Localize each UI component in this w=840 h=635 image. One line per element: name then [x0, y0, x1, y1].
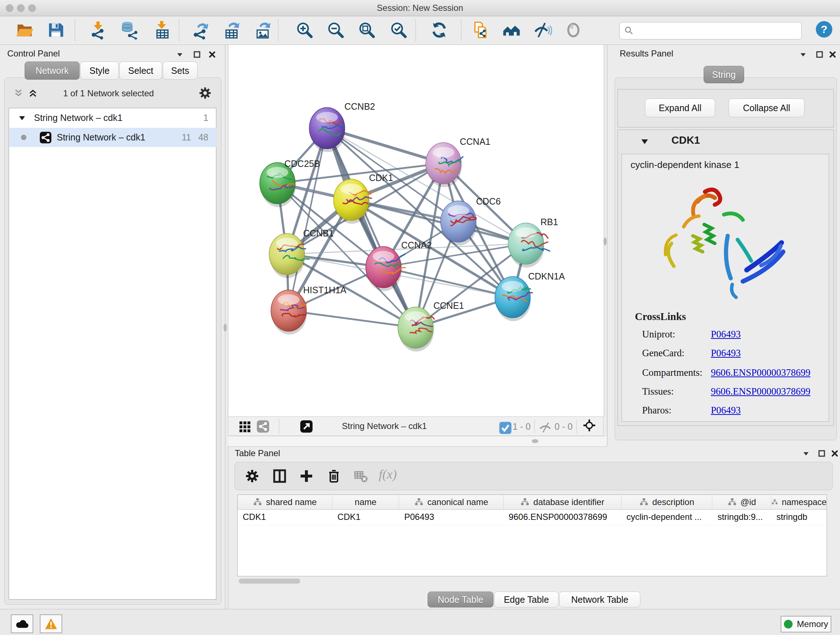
open-in-window-icon[interactable] [300, 420, 313, 433]
panel-menu-icon[interactable] [175, 50, 185, 59]
network-share-icon[interactable] [256, 420, 270, 433]
zoom-out-icon[interactable] [326, 21, 345, 40]
collection-expander-icon[interactable] [18, 114, 26, 122]
crosslink-tissues[interactable]: 9606.ENSP00000378699 [711, 386, 810, 397]
add-column-icon[interactable] [298, 468, 314, 484]
expand-all-networks-icon[interactable] [27, 88, 38, 98]
crosslink-genecard[interactable]: P06493 [711, 348, 741, 359]
horizontal-splitter-handle[interactable] [532, 439, 538, 443]
export-network-icon[interactable] [191, 21, 210, 40]
delete-column-icon[interactable] [326, 468, 342, 484]
panel-close-icon[interactable] [830, 449, 840, 458]
cell-namespace[interactable]: stringdb [771, 510, 827, 525]
zoom-selected-icon[interactable] [389, 21, 408, 40]
table-row[interactable]: CDK1 CDK1 P06493 9606.ENSP00000378699 cy… [238, 510, 827, 525]
graph-node-cdkn1a[interactable]: CDKN1A [495, 271, 565, 321]
network-collection-row[interactable]: String Network – cdk1 1 [9, 108, 216, 127]
network-row-selected[interactable]: String Network – cdk1 11 48 [9, 128, 216, 147]
network-view-title: String Network – cdk1 [342, 421, 427, 431]
panel-float-icon[interactable] [817, 449, 827, 458]
panel-menu-icon[interactable] [798, 50, 808, 59]
cell-shared-name[interactable]: CDK1 [238, 510, 332, 525]
import-network-database-icon[interactable] [119, 21, 138, 40]
cell-description[interactable]: cyclin-dependent ... [622, 510, 713, 525]
import-network-file-icon[interactable] [89, 21, 108, 40]
panel-menu-icon[interactable] [801, 449, 811, 458]
node-label: CCNA1 [460, 136, 491, 147]
cell-id[interactable]: stringdb:9... [712, 510, 771, 525]
help-icon[interactable]: ? [815, 20, 834, 39]
column-header-id[interactable]: @id [712, 495, 771, 509]
network-options-gear-icon[interactable] [198, 86, 212, 100]
export-image-icon[interactable] [253, 21, 272, 40]
cell-canonical-name[interactable]: P06493 [399, 510, 504, 525]
title-bar: Session: New Session [0, 0, 840, 16]
apply-layout-icon[interactable] [430, 21, 448, 40]
graph-node-ccnb2[interactable]: CCNB2 [309, 101, 375, 152]
tab-sets[interactable]: Sets [163, 62, 197, 80]
collapse-all-button[interactable]: Collapse All [729, 98, 805, 117]
tab-node-table[interactable]: Node Table [428, 592, 493, 608]
tab-style[interactable]: Style [80, 62, 118, 80]
table-horizontal-scrollbar[interactable] [239, 578, 300, 584]
column-header-description[interactable]: description [622, 495, 713, 509]
warnings-button[interactable] [40, 614, 62, 633]
tab-string[interactable]: String [704, 66, 744, 83]
network-column-icon [771, 497, 778, 507]
panel-close-icon[interactable] [208, 50, 217, 59]
fit-selected-crosshair-icon[interactable] [583, 419, 598, 434]
graph-node-cdc25b[interactable]: CDC25B [260, 158, 320, 207]
network-status-dot-icon [21, 135, 27, 140]
cell-name[interactable]: CDK1 [332, 510, 399, 525]
graph-node-cdc6[interactable]: CDC6 [441, 196, 501, 245]
import-table-file-icon[interactable] [153, 21, 172, 40]
column-header-canonical-name[interactable]: canonical name [399, 495, 504, 509]
expand-all-button[interactable]: Expand All [645, 98, 715, 117]
graph-node-hist1h1a[interactable]: HIST1H1A [271, 285, 347, 334]
horizontal-splitter[interactable] [228, 436, 607, 447]
collapse-all-networks-icon[interactable] [13, 88, 24, 98]
tab-edge-table[interactable]: Edge Table [494, 592, 559, 608]
crosslink-uniprot[interactable]: P06493 [711, 329, 741, 340]
column-header-shared-name[interactable]: shared name [238, 495, 332, 509]
graph-node-rb1[interactable]: RB1 [508, 217, 558, 268]
network-view-toolbar: String Network – cdk1 1 - 0 0 - 0 [228, 416, 603, 436]
show-columns-icon[interactable] [272, 468, 287, 484]
panel-float-icon[interactable] [815, 50, 824, 59]
show-all-icon[interactable] [564, 21, 583, 40]
zoom-in-icon[interactable] [295, 21, 314, 40]
open-session-icon[interactable] [15, 21, 34, 40]
birds-eye-view-icon[interactable] [238, 420, 251, 433]
column-header-database-identifier[interactable]: database identifier [504, 495, 622, 509]
zoom-fit-icon[interactable] [357, 21, 376, 40]
gene-expander-icon[interactable] [640, 137, 649, 146]
tab-network-table[interactable]: Network Table [559, 592, 640, 608]
hide-selection-icon[interactable] [533, 21, 552, 40]
panel-close-icon[interactable] [828, 50, 837, 59]
column-header-name[interactable]: name [332, 495, 399, 509]
graph-node-ccna1[interactable]: CCNA1 [426, 136, 491, 187]
export-table-icon[interactable] [222, 21, 241, 40]
new-network-from-selection-icon[interactable] [471, 21, 490, 40]
crosslink-pharos[interactable]: P06493 [711, 405, 741, 416]
first-neighbors-icon[interactable] [502, 21, 521, 40]
memory-button[interactable]: Memory [781, 616, 831, 632]
tab-network[interactable]: Network [25, 62, 80, 80]
graph-node-ccnb1[interactable]: CCNB1 [269, 228, 334, 278]
panel-float-icon[interactable] [193, 50, 202, 59]
cell-database-identifier[interactable]: 9606.ENSP00000378699 [504, 510, 622, 525]
node-label: HIST1H1A [303, 285, 347, 295]
left-splitter-handle[interactable] [224, 324, 227, 332]
tab-select[interactable]: Select [119, 62, 162, 80]
column-header-namespace[interactable]: namespace [771, 495, 827, 509]
cloud-status-button[interactable] [11, 614, 33, 633]
search-input[interactable] [619, 22, 802, 40]
network-canvas[interactable]: CCNB2CCNA1CDC25BCDK1CDC6RB1CCNB1CCNA2CDK… [228, 45, 604, 416]
right-splitter-handle[interactable] [603, 238, 607, 245]
node-label: RB1 [540, 217, 558, 227]
table-settings-gear-icon[interactable] [244, 468, 260, 484]
save-session-icon[interactable] [46, 21, 65, 40]
selected-checkbox-icon[interactable] [499, 421, 509, 432]
table-toolbar: f(x) [234, 462, 833, 490]
crosslink-compartments[interactable]: 9606.ENSP00000378699 [711, 367, 810, 378]
